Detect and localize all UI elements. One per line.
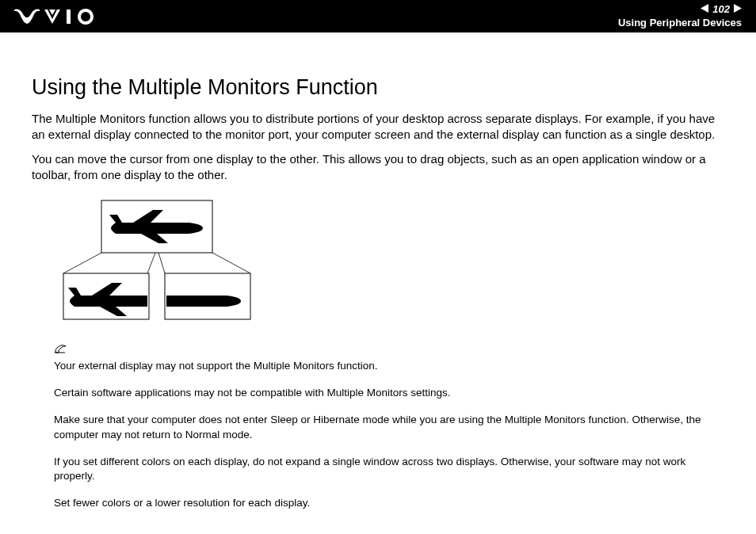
note-text: Set fewer colors or a lower resolution f… xyxy=(54,496,705,510)
paragraph: You can move the cursor from one display… xyxy=(32,151,727,184)
notes-section: Your external display may not support th… xyxy=(54,359,705,511)
svg-line-3 xyxy=(147,253,155,273)
next-page-icon[interactable] xyxy=(733,3,742,16)
note-text: Certain software applications may not be… xyxy=(54,386,705,400)
page-number: 102 xyxy=(712,3,730,16)
vaio-logo xyxy=(14,8,103,25)
page-nav: 102 xyxy=(618,3,742,16)
page-content: Using the Multiple Monitors Function The… xyxy=(0,32,756,511)
section-name: Using Peripheral Devices xyxy=(618,17,742,29)
page-header: 102 Using Peripheral Devices xyxy=(0,0,756,32)
note-icon xyxy=(54,343,727,357)
svg-rect-0 xyxy=(67,10,71,24)
svg-line-4 xyxy=(158,253,165,273)
paragraph: The Multiple Monitors function allows yo… xyxy=(32,111,727,143)
prev-page-icon[interactable] xyxy=(701,3,709,16)
note-text: Your external display may not support th… xyxy=(54,359,705,373)
page-title: Using the Multiple Monitors Function xyxy=(32,75,727,100)
note-text: If you set different colors on each disp… xyxy=(54,455,705,483)
svg-line-2 xyxy=(63,253,101,273)
note-text: Make sure that your computer does not en… xyxy=(54,413,705,441)
header-right: 102 Using Peripheral Devices xyxy=(618,3,742,29)
svg-line-5 xyxy=(212,253,250,273)
multi-monitor-illustration xyxy=(54,197,727,335)
